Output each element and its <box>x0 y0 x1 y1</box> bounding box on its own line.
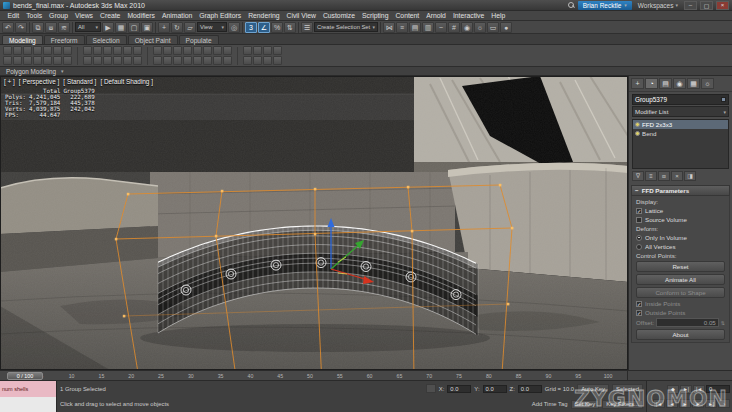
key-mode-toggle-button[interactable]: ◆ <box>667 385 679 394</box>
select-link-icon[interactable]: ⧉ <box>32 22 44 33</box>
ribbon-tool-icon[interactable] <box>263 56 272 65</box>
ribbon-tool-icon[interactable] <box>53 56 62 65</box>
menu-item-create[interactable]: Create <box>97 12 124 19</box>
listener-line[interactable] <box>0 397 56 412</box>
show-end-result-button[interactable]: ≡ <box>645 171 657 181</box>
conform-to-shape-button[interactable]: Conform to Shape <box>636 287 725 298</box>
perspective-viewport[interactable]: [ + ] [ Perspective ] [ Standard ] [ Def… <box>0 76 628 370</box>
ribbon-tool-icon[interactable] <box>23 56 32 65</box>
ribbon-tool-icon[interactable] <box>213 56 222 65</box>
current-frame-field[interactable]: 0 <box>706 385 730 393</box>
previous-frame-button[interactable]: ◄ <box>666 399 678 408</box>
select-object-icon[interactable]: ▶ <box>102 22 114 33</box>
ribbon-tool-icon[interactable] <box>93 46 102 55</box>
menu-item-modifiers[interactable]: Modifiers <box>124 12 159 19</box>
object-name-field[interactable]: Group5379 <box>632 94 729 105</box>
viewport-menu-renderer[interactable]: [ Standard ] <box>63 78 96 85</box>
use-pivot-center-icon[interactable]: ◎ <box>228 22 240 33</box>
menu-item-content[interactable]: Content <box>392 12 423 19</box>
about-button[interactable]: About <box>636 329 725 340</box>
go-to-previous-key-button[interactable]: |◄ <box>693 385 705 394</box>
layer-manager-icon[interactable]: ▤ <box>409 22 421 33</box>
undo-icon[interactable]: ↶ <box>2 22 14 33</box>
ribbon-tool-icon[interactable] <box>153 56 162 65</box>
ribbon-tool-icon[interactable] <box>223 56 232 65</box>
ribbon-tool-icon[interactable] <box>153 46 162 55</box>
menu-item-scripting[interactable]: Scripting <box>358 12 391 19</box>
go-to-end-button[interactable]: ►| <box>705 399 717 408</box>
viewport-menu-general[interactable]: [ + ] <box>4 78 15 85</box>
ribbon-tool-icon[interactable] <box>183 56 192 65</box>
ribbon-tool-icon[interactable] <box>23 46 32 55</box>
select-rotate-icon[interactable]: ↻ <box>171 22 183 33</box>
ribbon-tool-icon[interactable] <box>113 46 122 55</box>
ribbon-tool-icon[interactable] <box>173 56 182 65</box>
ribbon-tool-icon[interactable] <box>3 46 12 55</box>
make-unique-button[interactable]: ⧈ <box>658 171 670 181</box>
percent-snap-icon[interactable]: % <box>271 22 283 33</box>
ribbon-tool-icon[interactable] <box>193 56 202 65</box>
remove-modifier-button[interactable]: × <box>671 171 683 181</box>
ribbon-tool-icon[interactable] <box>223 46 232 55</box>
bind-to-spacewarp-icon[interactable]: ≋ <box>58 22 70 33</box>
macro-recorder-line[interactable]: num shells <box>0 381 56 397</box>
ribbon-tab-selection[interactable]: Selection <box>86 35 127 44</box>
menu-item-civil-view[interactable]: Civil View <box>283 12 319 19</box>
snap-toggle-3d-icon[interactable]: 3 <box>245 22 257 33</box>
align-icon[interactable]: ≡ <box>396 22 408 33</box>
offset-value[interactable]: 0.05 <box>656 318 719 327</box>
modify-tab[interactable]: ◔ <box>645 78 658 89</box>
y-coordinate-field[interactable]: 0.0 <box>483 385 507 393</box>
menu-item-rendering[interactable]: Rendering <box>245 12 283 19</box>
select-by-name-icon[interactable]: ▦ <box>115 22 127 33</box>
ribbon-tool-icon[interactable] <box>83 56 92 65</box>
ribbon-tool-icon[interactable] <box>63 56 72 65</box>
maximize-button[interactable]: ▢ <box>700 1 713 10</box>
reference-coordinate-dropdown[interactable]: View▾ <box>197 22 227 32</box>
lattice-checkbox[interactable]: ✓ Lattice <box>636 207 725 214</box>
ribbon-tab-freeform[interactable]: Freeform <box>44 35 85 44</box>
viewport-menu-pov[interactable]: [ Perspective ] <box>19 78 60 85</box>
auto-key-button[interactable]: Auto Key <box>577 384 609 393</box>
material-editor-icon[interactable]: ◉ <box>461 22 473 33</box>
outside-points-checkbox[interactable]: ✓ Outside Points <box>636 309 725 316</box>
play-button[interactable]: ► <box>679 399 691 408</box>
modifier-stack-item[interactable]: Bend <box>633 129 728 138</box>
user-account-button[interactable]: Brian Recktle ▾ <box>578 1 632 10</box>
menu-item-interactive[interactable]: Interactive <box>449 12 487 19</box>
z-coordinate-field[interactable]: 0.0 <box>518 385 542 393</box>
viewport-3d-scene[interactable] <box>0 76 628 370</box>
close-button[interactable]: × <box>716 1 729 10</box>
modifier-stack-item[interactable]: FFD 2x3x3 <box>633 120 728 129</box>
utilities-tab[interactable]: ☼ <box>701 78 714 89</box>
ribbon-tab-modeling[interactable]: Modeling <box>2 35 43 44</box>
ribbon-tab-populate[interactable]: Populate <box>179 35 219 44</box>
ribbon-tool-icon[interactable] <box>273 46 282 55</box>
polygon-modeling-panel-header[interactable]: Polygon Modeling ▾ <box>0 67 732 76</box>
ribbon-tool-icon[interactable] <box>33 46 42 55</box>
timeline-ruler[interactable]: 0 / 100 05101520253035404550556065707580… <box>0 371 628 380</box>
set-key-button[interactable]: Set Key <box>571 400 600 409</box>
ribbon-tool-icon[interactable] <box>243 56 252 65</box>
ribbon-tool-icon[interactable] <box>123 46 132 55</box>
viewport-menu-shading[interactable]: [ Default Shading ] <box>100 78 153 85</box>
ribbon-tool-icon[interactable] <box>103 56 112 65</box>
next-frame-button[interactable]: ► <box>692 399 704 408</box>
rendered-frame-icon[interactable]: ▭ <box>487 22 499 33</box>
ribbon-tool-icon[interactable] <box>133 56 142 65</box>
ribbon-tool-icon[interactable] <box>253 56 262 65</box>
ribbon-tool-icon[interactable] <box>83 46 92 55</box>
pin-stack-button[interactable]: ∇ <box>632 171 644 181</box>
ribbon-tool-icon[interactable] <box>203 46 212 55</box>
select-scale-icon[interactable]: ▱ <box>184 22 196 33</box>
add-time-tag[interactable]: Add Time Tag <box>532 401 568 407</box>
ribbon-tool-icon[interactable] <box>263 46 272 55</box>
menu-item-graph-editors[interactable]: Graph Editors <box>196 12 245 19</box>
unlink-icon[interactable]: ⧇ <box>45 22 57 33</box>
display-tab[interactable]: ▦ <box>687 78 700 89</box>
x-coordinate-field[interactable]: 0.0 <box>447 385 471 393</box>
ribbon-tool-icon[interactable] <box>33 56 42 65</box>
ribbon-tool-icon[interactable] <box>13 46 22 55</box>
menu-item-customize[interactable]: Customize <box>319 12 358 19</box>
edit-named-selections-icon[interactable]: ☰ <box>301 22 313 33</box>
